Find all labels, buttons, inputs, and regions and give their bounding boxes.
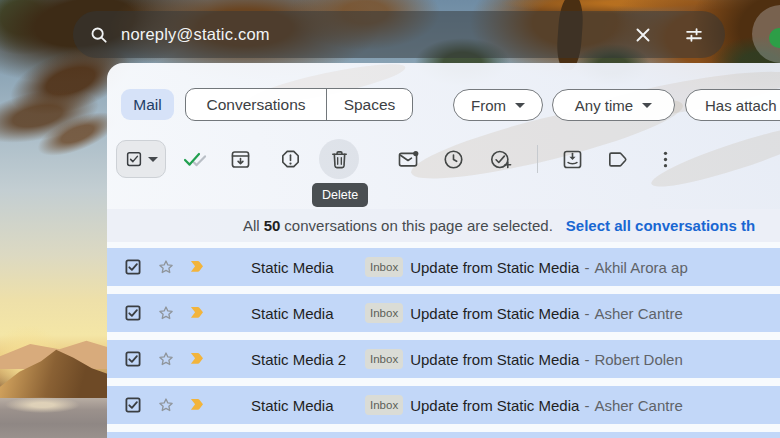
tooltip: Delete [312, 183, 368, 207]
banner-prefix: All [243, 217, 260, 234]
labels-button[interactable] [605, 147, 629, 171]
add-to-tasks-button[interactable] [488, 147, 512, 171]
importance-marker-icon[interactable] [188, 257, 208, 277]
inbox-badge: Inbox [365, 257, 403, 277]
double-check-icon [183, 147, 207, 171]
subject-text: Update from Static Media [410, 259, 579, 276]
gmail-search-results-panel: Mail Conversations Spaces From Any time … [107, 63, 780, 438]
selection-banner: All 50 conversations on this page are se… [107, 209, 780, 242]
more-options-button[interactable] [653, 147, 677, 171]
filter-any-time-label: Any time [575, 97, 633, 114]
star-icon[interactable] [156, 257, 176, 277]
inbox-badge: Inbox [365, 395, 403, 415]
separator: - [584, 259, 589, 276]
banner-count: 50 [264, 217, 281, 234]
snippet-text: Asher Cantre [594, 305, 682, 322]
separator: - [584, 397, 589, 414]
importance-marker-icon[interactable] [188, 349, 208, 369]
subject-text: Update from Static Media [410, 305, 579, 322]
subject-snippet: Update from Static Media - Asher Cantre [410, 305, 780, 322]
clock-icon [442, 148, 465, 171]
filter-has-attachment[interactable]: Has attach [685, 89, 780, 121]
report-spam-icon [279, 148, 302, 171]
sender-name: Static Media [251, 305, 365, 322]
search-icon [88, 24, 110, 46]
row-checkbox-checked[interactable] [125, 351, 141, 367]
search-query-text: noreply@static.com [121, 25, 270, 44]
tab-conversations-label: Conversations [206, 96, 305, 114]
move-to-icon [561, 148, 584, 171]
snippet-text: Robert Dolen [594, 351, 682, 368]
row-checkbox-checked[interactable] [125, 305, 141, 321]
snippet-text: Asher Cantre [594, 397, 682, 414]
filter-from-label: From [471, 97, 506, 114]
conversation-row[interactable]: Static Media 2 Inbox Update from Static … [107, 340, 780, 378]
select-all-matching-link[interactable]: Select all conversations th [566, 217, 755, 234]
subject-text: Update from Static Media [410, 351, 579, 368]
tab-conversations[interactable]: Conversations [186, 89, 327, 120]
tab-spaces[interactable]: Spaces [327, 89, 412, 120]
select-all-button[interactable] [116, 140, 166, 178]
archive-icon [229, 148, 252, 171]
checkbox-checked-icon [125, 150, 143, 168]
sender-name: Static Media [251, 397, 365, 414]
star-icon[interactable] [156, 349, 176, 369]
inbox-badge: Inbox [365, 349, 403, 369]
row-checkbox-checked[interactable] [125, 397, 141, 413]
view-switcher: Conversations Spaces [185, 88, 413, 121]
separator: - [584, 351, 589, 368]
mail-unread-icon [397, 148, 420, 171]
select-dropdown-caret-icon[interactable] [148, 157, 158, 162]
tab-mail[interactable]: Mail [121, 89, 174, 120]
mark-unread-button[interactable] [396, 147, 420, 171]
row-checkbox-checked[interactable] [125, 259, 141, 275]
star-icon[interactable] [156, 303, 176, 323]
tooltip-text: Delete [322, 188, 358, 202]
star-icon[interactable] [156, 395, 176, 415]
tab-spaces-label: Spaces [344, 96, 396, 114]
sender-name: Static Media [251, 259, 365, 276]
subject-snippet: Update from Static Media - Robert Dolen [410, 351, 780, 368]
conversation-list: Static Media Inbox Update from Static Me… [107, 242, 780, 438]
separator: - [584, 305, 589, 322]
filter-has-attachment-label: Has attach [705, 97, 777, 114]
importance-marker-icon[interactable] [188, 395, 208, 415]
conversation-row[interactable]: Static Media Inbox Update from Static Me… [107, 294, 780, 332]
toolbar-divider [537, 145, 538, 173]
conversation-row[interactable]: Static Media Inbox Update from Static Me… [107, 386, 780, 424]
subject-snippet: Update from Static Media - Asher Cantre [410, 397, 780, 414]
move-to-button[interactable] [560, 147, 584, 171]
filter-any-time[interactable]: Any time [552, 89, 675, 121]
subject-snippet: Update from Static Media - Akhil Arora a… [410, 259, 780, 276]
add-task-icon [489, 148, 512, 171]
archive-button[interactable] [228, 147, 252, 171]
mark-as-read-button[interactable] [183, 147, 207, 171]
inbox-badge: Inbox [365, 303, 403, 323]
chevron-down-icon [515, 103, 525, 108]
conversation-row[interactable]: Static Media Inbox Update from Static Me… [107, 248, 780, 286]
clear-search-icon[interactable] [632, 24, 654, 46]
chevron-down-icon [642, 103, 652, 108]
conversation-row-partial[interactable] [107, 432, 780, 438]
wallpaper-sun-reflection [5, 397, 80, 413]
report-spam-button[interactable] [278, 147, 302, 171]
more-vertical-icon [654, 148, 677, 171]
trash-icon [328, 148, 351, 171]
search-input[interactable]: noreply@static.com [73, 11, 725, 58]
sender-name: Static Media 2 [251, 351, 365, 368]
search-options-tune-icon[interactable] [683, 24, 705, 46]
importance-marker-icon[interactable] [188, 303, 208, 323]
label-icon [606, 148, 629, 171]
snippet-text: Akhil Arora ap [594, 259, 687, 276]
snooze-button[interactable] [441, 147, 465, 171]
tab-mail-label: Mail [133, 96, 161, 114]
filter-from[interactable]: From [453, 89, 543, 121]
subject-text: Update from Static Media [410, 397, 579, 414]
banner-suffix: conversations on this page are selected. [284, 217, 553, 234]
delete-button[interactable] [327, 147, 351, 171]
